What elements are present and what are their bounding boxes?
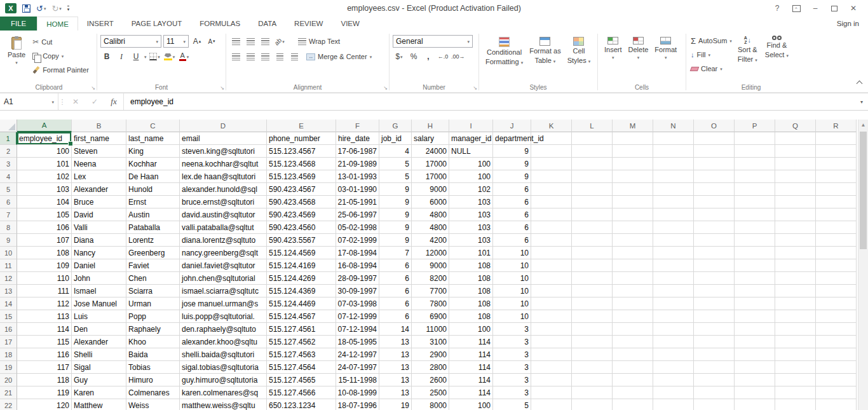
cell-D14[interactable]: jose manuel.urman@s bbox=[180, 297, 267, 310]
cell-D5[interactable]: alexander.hunold@sql bbox=[180, 183, 267, 196]
cell-N4[interactable] bbox=[653, 170, 694, 183]
align-center-button[interactable] bbox=[244, 50, 257, 64]
cell-H12[interactable]: 8200 bbox=[412, 272, 449, 285]
font-family-combo[interactable]: Calibri▾ bbox=[100, 35, 161, 48]
cell-M8[interactable] bbox=[613, 221, 653, 234]
cell-D12[interactable]: john.chen@sqltutorial bbox=[180, 272, 267, 285]
tab-data[interactable]: DATA bbox=[249, 17, 285, 31]
cell-N6[interactable] bbox=[653, 196, 694, 208]
row-header-14[interactable]: 14 bbox=[0, 297, 17, 310]
orientation-button[interactable]: ab▾ bbox=[273, 34, 286, 48]
cell-A21[interactable]: 119 bbox=[17, 386, 72, 399]
conditional-formatting-button[interactable]: Conditional Formatting ▾ bbox=[482, 35, 526, 68]
cell-C22[interactable]: Weiss bbox=[126, 399, 180, 410]
cell-N12[interactable] bbox=[653, 272, 694, 285]
column-header-I[interactable]: I bbox=[449, 120, 493, 132]
delete-cells-button[interactable]: Delete ▾ bbox=[625, 35, 652, 62]
cell-R9[interactable] bbox=[816, 234, 857, 247]
cell-K3[interactable] bbox=[531, 158, 572, 170]
tab-insert[interactable]: INSERT bbox=[78, 17, 123, 31]
cell-C3[interactable]: Kochhar bbox=[126, 158, 180, 170]
find-select-button[interactable]: Find & Select ▾ bbox=[762, 34, 792, 76]
column-header-B[interactable]: B bbox=[72, 120, 126, 132]
cell-I14[interactable]: 108 bbox=[449, 297, 493, 310]
cell-G2[interactable]: 4 bbox=[379, 145, 412, 158]
cell-H19[interactable]: 2800 bbox=[412, 361, 449, 374]
cell-N10[interactable] bbox=[653, 247, 694, 259]
cell-I1[interactable]: manager_id bbox=[449, 132, 493, 145]
cell-E7[interactable]: 590.423.4569 bbox=[267, 208, 336, 221]
undo-button[interactable]: ↺▾ bbox=[36, 4, 46, 13]
cell-D11[interactable]: daniel.faviet@sqltutor bbox=[180, 259, 267, 272]
cell-H13[interactable]: 7700 bbox=[412, 285, 449, 297]
row-header-16[interactable]: 16 bbox=[0, 323, 17, 336]
cell-E21[interactable]: 515.127.4566 bbox=[267, 386, 336, 399]
cell-B14[interactable]: Jose Manuel bbox=[72, 297, 126, 310]
cell-G20[interactable]: 13 bbox=[379, 374, 412, 386]
ribbon-display-options-button[interactable]: ^ bbox=[787, 1, 806, 15]
cell-O6[interactable] bbox=[694, 196, 735, 208]
cell-B21[interactable]: Karen bbox=[72, 386, 126, 399]
increase-indent-button[interactable] bbox=[288, 50, 301, 64]
cell-M4[interactable] bbox=[613, 170, 653, 183]
cell-K16[interactable] bbox=[531, 323, 572, 336]
cell-P5[interactable] bbox=[735, 183, 775, 196]
cell-B6[interactable]: Bruce bbox=[72, 196, 126, 208]
cell-M3[interactable] bbox=[613, 158, 653, 170]
cell-R21[interactable] bbox=[816, 386, 857, 399]
cell-M2[interactable] bbox=[613, 145, 653, 158]
cell-G7[interactable]: 9 bbox=[379, 208, 412, 221]
cell-D19[interactable]: sigal.tobias@sqltutoria bbox=[180, 361, 267, 374]
column-header-R[interactable]: R bbox=[816, 120, 857, 132]
cell-E18[interactable]: 515.127.4563 bbox=[267, 348, 336, 361]
cell-L11[interactable] bbox=[572, 259, 613, 272]
cell-O1[interactable] bbox=[694, 132, 735, 145]
cell-P3[interactable] bbox=[735, 158, 775, 170]
clipboard-dialog-launcher[interactable]: ↘ bbox=[91, 85, 95, 91]
save-icon[interactable] bbox=[22, 4, 31, 13]
cell-B2[interactable]: Steven bbox=[72, 145, 126, 158]
cell-M9[interactable] bbox=[613, 234, 653, 247]
cell-E17[interactable]: 515.127.4562 bbox=[267, 336, 336, 348]
cell-C15[interactable]: Popp bbox=[126, 310, 180, 323]
cell-A13[interactable]: 111 bbox=[17, 285, 72, 297]
cell-B1[interactable]: first_name bbox=[72, 132, 126, 145]
cell-H11[interactable]: 9000 bbox=[412, 259, 449, 272]
cell-J17[interactable]: 3 bbox=[493, 336, 531, 348]
cell-P12[interactable] bbox=[735, 272, 775, 285]
cell-A7[interactable]: 105 bbox=[17, 208, 72, 221]
cell-C20[interactable]: Himuro bbox=[126, 374, 180, 386]
cell-C1[interactable]: last_name bbox=[126, 132, 180, 145]
cell-G12[interactable]: 6 bbox=[379, 272, 412, 285]
cell-A9[interactable]: 107 bbox=[17, 234, 72, 247]
cell-I12[interactable]: 108 bbox=[449, 272, 493, 285]
cell-P8[interactable] bbox=[735, 221, 775, 234]
number-dialog-launcher[interactable]: ↘ bbox=[473, 85, 477, 91]
cell-J3[interactable]: 9 bbox=[493, 158, 531, 170]
cell-F21[interactable]: 10-08-1999 bbox=[336, 386, 379, 399]
cell-E10[interactable]: 515.124.4569 bbox=[267, 247, 336, 259]
copy-button[interactable]: Copy▾ bbox=[31, 49, 90, 63]
number-format-combo[interactable]: General▾ bbox=[393, 35, 473, 48]
font-dialog-launcher[interactable]: ↘ bbox=[220, 85, 224, 91]
formula-bar-grip[interactable]: ⋮ bbox=[58, 93, 66, 110]
wrap-text-button[interactable]: Wrap Text bbox=[297, 34, 341, 48]
cell-K4[interactable] bbox=[531, 170, 572, 183]
cell-B20[interactable]: Guy bbox=[72, 374, 126, 386]
row-header-10[interactable]: 10 bbox=[0, 247, 17, 259]
cell-B7[interactable]: David bbox=[72, 208, 126, 221]
cell-B4[interactable]: Lex bbox=[72, 170, 126, 183]
cell-K21[interactable] bbox=[531, 386, 572, 399]
tab-view[interactable]: VIEW bbox=[332, 17, 368, 31]
increase-decimal-button[interactable]: ←.0 bbox=[437, 50, 449, 64]
cell-L16[interactable] bbox=[572, 323, 613, 336]
cell-I10[interactable]: 101 bbox=[449, 247, 493, 259]
enter-entry-button[interactable]: ✓ bbox=[85, 93, 104, 110]
cell-L2[interactable] bbox=[572, 145, 613, 158]
cell-R22[interactable] bbox=[816, 399, 857, 410]
cell-L12[interactable] bbox=[572, 272, 613, 285]
row-header-12[interactable]: 12 bbox=[0, 272, 17, 285]
cell-Q20[interactable] bbox=[775, 374, 816, 386]
row-header-9[interactable]: 9 bbox=[0, 234, 17, 247]
cell-N3[interactable] bbox=[653, 158, 694, 170]
